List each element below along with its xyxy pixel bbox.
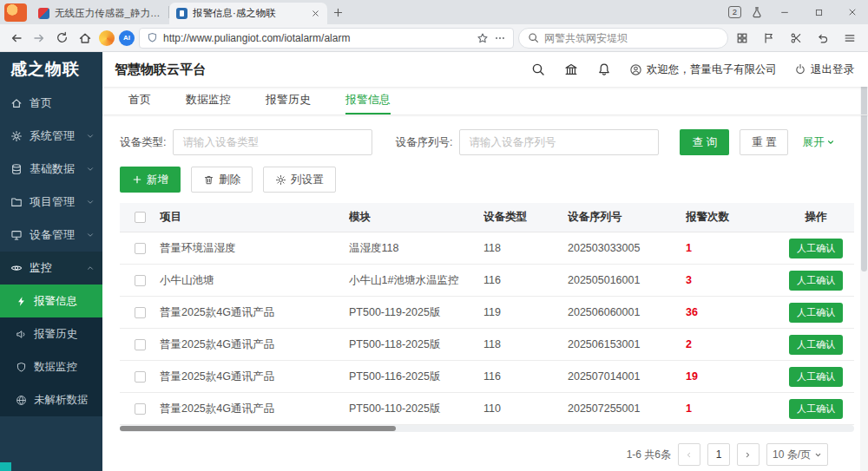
tab-home[interactable]: 首页 — [128, 87, 151, 114]
sidebar-item-label: 监控 — [30, 260, 52, 276]
tab-data-monitor[interactable]: 数据监控 — [186, 87, 231, 114]
chevron-down-icon — [86, 231, 95, 239]
browser-search-input[interactable] — [544, 32, 719, 44]
cell-alarm-count: 1 — [686, 402, 778, 415]
menu-icon[interactable] — [840, 28, 859, 49]
globe-icon — [16, 395, 27, 406]
row-checkbox[interactable] — [135, 403, 146, 415]
flask-icon[interactable] — [751, 6, 763, 18]
tab2-favicon-icon — [176, 8, 187, 19]
sidebar-item-basedata[interactable]: 基础数据 — [0, 153, 102, 186]
sidebar-item-data-monitor[interactable]: 数据监控 — [0, 350, 102, 383]
table-row: 普量2025款4G通讯产品 PT500-119-2025版 119 202506… — [120, 297, 854, 329]
row-checkbox[interactable] — [135, 339, 146, 350]
page-number-button[interactable]: 1 — [707, 443, 730, 466]
forward-icon[interactable] — [30, 28, 49, 49]
horizontal-scrollbar-thumb[interactable] — [120, 426, 396, 431]
expand-toggle[interactable]: 展开 — [802, 135, 835, 150]
cell-alarm-count: 1 — [686, 242, 778, 254]
sidebar-item-home[interactable]: 首页 — [0, 87, 102, 120]
monitor-icon — [10, 229, 23, 241]
row-checkbox[interactable] — [135, 243, 146, 254]
row-checkbox[interactable] — [135, 275, 146, 286]
browser-tab-strip: 无线压力传感器_静力水准仪.. 报警信息·感之物联 2 — [0, 0, 868, 24]
eye-icon — [10, 262, 23, 274]
bank-icon[interactable] — [563, 62, 579, 77]
tab-alarm-info[interactable]: 报警信息 — [345, 87, 391, 114]
sidebar-item-alarm-history[interactable]: 报警历史 — [0, 317, 102, 350]
scissors-icon[interactable] — [786, 28, 806, 49]
welcome-user[interactable]: 欢迎您，普量电子有限公司 — [629, 62, 777, 77]
manual-confirm-button[interactable]: 人工确认 — [789, 335, 843, 355]
browser-window: 无线压力传感器_静力水准仪.. 报警信息·感之物联 2 — [0, 0, 868, 471]
logout-button[interactable]: 退出登录 — [794, 62, 854, 77]
browser-logo-icon[interactable] — [4, 3, 27, 22]
shield-icon — [16, 362, 27, 373]
sidebar-item-label: 设备管理 — [30, 227, 75, 243]
manual-confirm-button[interactable]: 人工确认 — [789, 303, 843, 323]
sidebar-item-alarm-info[interactable]: 报警信息 — [0, 285, 102, 317]
site-shield-icon[interactable] — [147, 32, 158, 43]
bell-icon[interactable] — [596, 62, 612, 77]
gear-icon — [10, 130, 23, 142]
serial-input[interactable] — [459, 129, 659, 155]
undo-icon[interactable] — [813, 28, 832, 49]
extension-ai-icon[interactable]: AI — [119, 30, 135, 46]
next-page-button[interactable] — [737, 443, 760, 466]
bookmark-star-icon[interactable] — [477, 32, 489, 44]
new-tab-button[interactable] — [327, 2, 348, 23]
column-settings-button[interactable]: 列设置 — [263, 167, 336, 193]
add-label: 新增 — [147, 173, 168, 187]
chevron-down-icon — [86, 132, 95, 141]
browser-search-box[interactable] — [518, 28, 728, 49]
sidebar-item-monitor[interactable]: 监控 — [0, 252, 102, 285]
page-size-select[interactable]: 10 条/页 — [766, 443, 828, 466]
search-icon[interactable] — [530, 62, 546, 77]
search-button[interactable]: 查 询 — [680, 129, 728, 155]
sidebar-item-label: 系统管理 — [30, 128, 75, 144]
home-icon[interactable] — [76, 28, 95, 49]
browser-tab-2[interactable]: 报警信息·感之物联 — [169, 3, 327, 24]
manual-confirm-button[interactable]: 人工确认 — [789, 271, 843, 291]
manual-confirm-button[interactable]: 人工确认 — [789, 367, 843, 387]
row-checkbox[interactable] — [135, 371, 146, 383]
more-options-icon[interactable] — [494, 32, 506, 44]
close-button[interactable] — [840, 2, 865, 23]
extension-orange-icon[interactable] — [99, 30, 115, 46]
tab-alarm-history[interactable]: 报警历史 — [266, 87, 311, 114]
maximize-button[interactable] — [806, 2, 831, 23]
horizontal-scrollbar[interactable] — [120, 425, 854, 432]
manual-confirm-button[interactable]: 人工确认 — [789, 399, 843, 419]
sidebar-item-label: 数据监控 — [34, 360, 77, 375]
tab-close-icon[interactable] — [311, 9, 320, 18]
refresh-icon[interactable] — [53, 28, 72, 49]
flag-icon[interactable] — [760, 28, 779, 49]
device-type-input[interactable] — [173, 129, 372, 155]
sidebar-item-system[interactable]: 系统管理 — [0, 120, 102, 153]
sidebar-item-project[interactable]: 项目管理 — [0, 186, 102, 219]
minimize-button[interactable] — [773, 2, 797, 23]
delete-button[interactable]: 删除 — [191, 167, 253, 193]
sidebar-item-device[interactable]: 设备管理 — [0, 219, 102, 252]
sidebar-item-unparsed-data[interactable]: 未解析数据 — [0, 383, 102, 416]
browser-tab-1[interactable]: 无线压力传感器_静力水准仪.. — [31, 3, 168, 24]
prev-page-button[interactable] — [678, 443, 700, 466]
add-button[interactable]: 新增 — [120, 167, 181, 193]
apps-grid-icon[interactable] — [733, 28, 752, 49]
cell-alarm-count: 36 — [686, 306, 778, 318]
back-icon[interactable] — [7, 28, 26, 49]
row-checkbox[interactable] — [135, 307, 146, 318]
filter-row: 设备类型: 设备序列号: 查 询 重 置 展开 — [120, 129, 854, 155]
reset-button[interactable]: 重 置 — [740, 129, 788, 155]
sidebar-item-label: 未解析数据 — [34, 393, 89, 408]
select-all-checkbox[interactable] — [135, 212, 146, 223]
monitor-submenu: 报警信息 报警历史 数据监控 未解析数据 — [0, 285, 102, 416]
web-page: 感之物联 首页 系统管理 基础数据 项目管理 设 — [0, 52, 868, 471]
address-bar[interactable] — [139, 28, 514, 49]
cell-serial: 202506060001 — [568, 306, 686, 318]
manual-confirm-button[interactable]: 人工确认 — [789, 239, 843, 258]
sidebar-filler — [0, 416, 102, 471]
table-header-row: 项目 模块 设备类型 设备序列号 报警次数 操作 — [120, 203, 854, 232]
url-input[interactable] — [163, 32, 471, 44]
tab-count-badge[interactable]: 2 — [728, 6, 741, 18]
